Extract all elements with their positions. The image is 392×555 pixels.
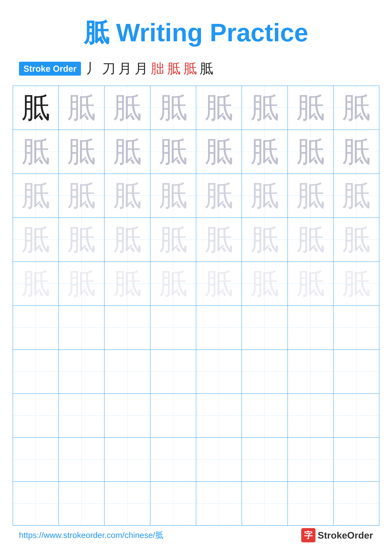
grid-cell[interactable]: 胝 xyxy=(288,394,334,438)
grid-cell[interactable]: 胝 xyxy=(13,394,59,438)
grid-cell[interactable]: 胝 xyxy=(288,438,334,482)
grid-cell[interactable]: 胝 xyxy=(333,130,379,174)
grid-cell[interactable]: 胝 xyxy=(13,438,59,482)
grid-cell[interactable]: 胝 xyxy=(196,482,242,526)
grid-cell[interactable]: 胝 xyxy=(104,130,150,174)
grid-cell[interactable]: 胝 xyxy=(333,394,379,438)
grid-cell[interactable]: 胝 xyxy=(288,130,334,174)
grid-cell[interactable]: 胝 xyxy=(333,482,379,526)
grid-cell[interactable]: 胝 xyxy=(242,394,288,438)
grid-cell[interactable]: 胝 xyxy=(196,438,242,482)
grid-cell[interactable]: 胝 xyxy=(288,306,334,350)
grid-cell[interactable]: 胝 xyxy=(13,86,59,130)
grid-cell[interactable]: 胝 xyxy=(196,350,242,394)
grid-cell[interactable]: 胝 xyxy=(104,218,150,262)
grid-cell[interactable]: 胝 xyxy=(196,218,242,262)
grid-cell[interactable]: 胝 xyxy=(242,218,288,262)
cell-char: 胝 xyxy=(159,488,187,519)
grid-cell[interactable]: 胝 xyxy=(150,350,196,394)
grid-cell[interactable]: 胝 xyxy=(196,306,242,350)
grid-cell[interactable]: 胝 xyxy=(196,86,242,130)
grid-cell[interactable]: 胝 xyxy=(59,218,105,262)
grid-cell[interactable]: 胝 xyxy=(59,86,105,130)
grid-cell[interactable]: 胝 xyxy=(150,130,196,174)
grid-cell[interactable]: 胝 xyxy=(59,394,105,438)
stroke-6: 胝 xyxy=(167,59,181,78)
grid-cell[interactable]: 胝 xyxy=(242,438,288,482)
grid-cell[interactable]: 胝 xyxy=(150,306,196,350)
stroke-order-badge: Stroke Order xyxy=(19,62,81,76)
grid-cell[interactable]: 胝 xyxy=(104,438,150,482)
grid-cell[interactable]: 胝 xyxy=(333,306,379,350)
grid-cell[interactable]: 胝 xyxy=(288,350,334,394)
cell-char: 胝 xyxy=(67,268,96,299)
stroke-order-chars: 丿 刀 月 月 胐 胝 胝 胝 xyxy=(86,59,213,78)
cell-char: 胝 xyxy=(113,400,142,431)
grid-cell[interactable]: 胝 xyxy=(242,130,288,174)
grid-cell[interactable]: 胝 xyxy=(288,174,334,218)
grid-cell[interactable]: 胝 xyxy=(288,482,334,526)
grid-cell[interactable]: 胝 xyxy=(150,438,196,482)
grid-cell[interactable]: 胝 xyxy=(59,350,105,394)
grid-cell[interactable]: 胝 xyxy=(242,350,288,394)
grid-cell[interactable]: 胝 xyxy=(59,438,105,482)
grid-cell[interactable]: 胝 xyxy=(288,218,334,262)
grid-cell[interactable]: 胝 xyxy=(104,482,150,526)
grid-cell[interactable]: 胝 xyxy=(242,174,288,218)
grid-cell[interactable]: 胝 xyxy=(196,130,242,174)
grid-cell[interactable]: 胝 xyxy=(150,394,196,438)
cell-char: 胝 xyxy=(67,224,96,255)
grid-cell[interactable]: 胝 xyxy=(196,262,242,306)
footer-logo-icon: 字 xyxy=(301,528,315,542)
cell-char: 胝 xyxy=(159,312,187,343)
grid-cell[interactable]: 胝 xyxy=(150,482,196,526)
grid-cell[interactable]: 胝 xyxy=(196,394,242,438)
stroke-7: 胝 xyxy=(183,59,197,78)
grid-cell[interactable]: 胝 xyxy=(59,306,105,350)
grid-cell[interactable]: 胝 xyxy=(150,218,196,262)
cell-char: 胝 xyxy=(113,356,142,387)
grid-cell[interactable]: 胝 xyxy=(13,130,59,174)
grid-cell[interactable]: 胝 xyxy=(104,86,150,130)
grid-cell[interactable]: 胝 xyxy=(242,482,288,526)
grid-cell[interactable]: 胝 xyxy=(333,218,379,262)
grid-cell[interactable]: 胝 xyxy=(288,86,334,130)
grid-cell[interactable]: 胝 xyxy=(104,394,150,438)
grid-cell[interactable]: 胝 xyxy=(13,482,59,526)
grid-cell[interactable]: 胝 xyxy=(104,262,150,306)
cell-char: 胝 xyxy=(159,400,187,431)
grid-cell[interactable]: 胝 xyxy=(333,86,379,130)
grid-cell[interactable]: 胝 xyxy=(59,482,105,526)
grid-cell[interactable]: 胝 xyxy=(150,86,196,130)
cell-char: 胝 xyxy=(296,92,325,124)
grid-cell[interactable]: 胝 xyxy=(242,262,288,306)
grid-cell[interactable]: 胝 xyxy=(59,174,105,218)
cell-char: 胝 xyxy=(113,136,142,167)
grid-cell[interactable]: 胝 xyxy=(59,130,105,174)
grid-cell[interactable]: 胝 xyxy=(104,306,150,350)
grid-cell[interactable]: 胝 xyxy=(13,262,59,306)
cell-char: 胝 xyxy=(296,444,325,475)
grid-cell[interactable]: 胝 xyxy=(13,306,59,350)
grid-cell[interactable]: 胝 xyxy=(150,262,196,306)
cell-char: 胝 xyxy=(67,400,96,431)
cell-char: 胝 xyxy=(250,400,279,431)
grid-cell[interactable]: 胝 xyxy=(104,174,150,218)
grid-cell[interactable]: 胝 xyxy=(196,174,242,218)
grid-cell[interactable]: 胝 xyxy=(13,174,59,218)
cell-char: 胝 xyxy=(67,312,96,343)
grid-cell[interactable]: 胝 xyxy=(59,262,105,306)
cell-char: 胝 xyxy=(21,356,50,387)
grid-cell[interactable]: 胝 xyxy=(13,218,59,262)
grid-cell[interactable]: 胝 xyxy=(150,174,196,218)
grid-cell[interactable]: 胝 xyxy=(242,86,288,130)
grid-cell[interactable]: 胝 xyxy=(333,350,379,394)
grid-cell[interactable]: 胝 xyxy=(13,350,59,394)
grid-cell[interactable]: 胝 xyxy=(104,350,150,394)
grid-cell[interactable]: 胝 xyxy=(288,262,334,306)
cell-char: 胝 xyxy=(205,312,233,343)
grid-cell[interactable]: 胝 xyxy=(242,306,288,350)
grid-cell[interactable]: 胝 xyxy=(333,174,379,218)
grid-cell[interactable]: 胝 xyxy=(333,438,379,482)
grid-cell[interactable]: 胝 xyxy=(333,262,379,306)
